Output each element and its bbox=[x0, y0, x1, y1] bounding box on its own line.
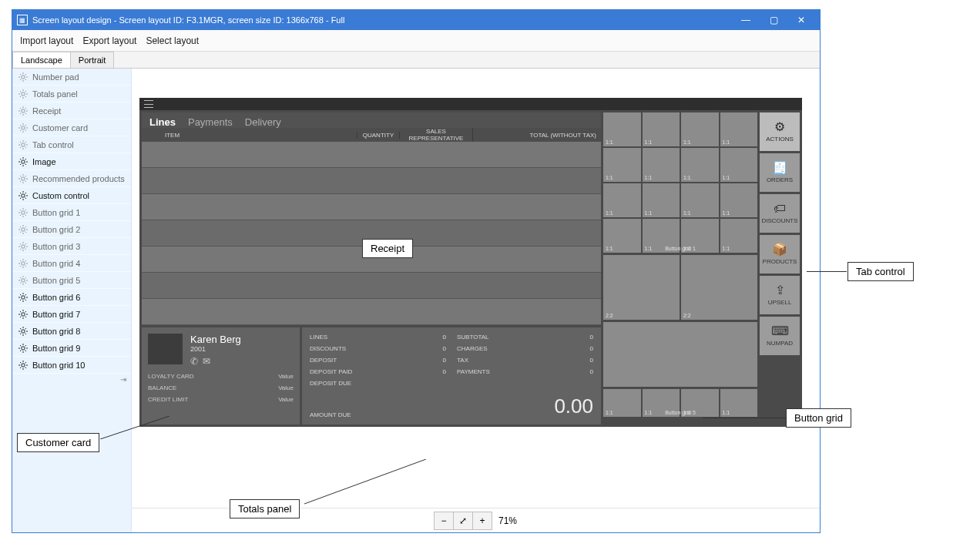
action-button-products[interactable]: 📦PRODUCTS bbox=[760, 235, 800, 274]
close-button[interactable]: ✕ bbox=[787, 10, 815, 30]
svg-point-8 bbox=[22, 210, 25, 213]
customer-card-row: BALANCEValue bbox=[148, 384, 294, 391]
sidebar-item[interactable]: Receipt bbox=[12, 102, 131, 119]
customer-name: Karen Berg bbox=[190, 334, 241, 345]
sidebar-item[interactable]: Button grid 8 bbox=[12, 323, 131, 340]
customer-card-row: LOYALTY CARDValue bbox=[148, 373, 294, 380]
button-grid-cell[interactable]: 2:2 bbox=[603, 255, 680, 320]
button-grid-cell[interactable]: 1:1 bbox=[643, 183, 680, 217]
sidebar-item[interactable]: Customer card bbox=[12, 119, 131, 136]
customer-card[interactable]: Karen Berg 2001 ✆ ✉ LOYALT bbox=[142, 327, 300, 425]
action-button-numpad[interactable]: ⌨NUMPAD bbox=[760, 317, 800, 355]
sidebar-item[interactable]: Tab control bbox=[12, 136, 131, 153]
button-grid-cell[interactable]: 2:2 bbox=[681, 255, 757, 320]
button-grid-cell[interactable]: 1:1 bbox=[720, 183, 758, 217]
sidebar-item-label: Button grid 10 bbox=[32, 361, 86, 370]
canvas-scroll[interactable]: Lines Payments Delivery ITEM QUANTITY SA… bbox=[132, 69, 820, 508]
receipt-panel[interactable]: ITEM QUANTITY SALES REPRESENTATIVE TOTAL… bbox=[142, 128, 601, 325]
svg-point-3 bbox=[22, 126, 25, 129]
action-button-actions[interactable]: ⚙ACTIONS bbox=[760, 112, 800, 151]
svg-point-15 bbox=[22, 329, 25, 332]
gear-icon bbox=[18, 310, 28, 319]
button-grid-cell[interactable]: 1:1 bbox=[603, 112, 641, 146]
sidebar-item[interactable]: Button grid 9 bbox=[12, 340, 131, 357]
callout-receipt: Receipt bbox=[362, 239, 413, 258]
button-grid-5[interactable]: 1:11:11:11:1Button grid 5 bbox=[603, 389, 757, 417]
pos-tab-payments[interactable]: Payments bbox=[188, 116, 233, 128]
button-grid-cell[interactable] bbox=[603, 322, 757, 387]
gear-icon bbox=[18, 157, 28, 166]
gear-icon bbox=[18, 344, 28, 353]
action-label: NUMPAD bbox=[767, 340, 793, 347]
pos-tab-lines[interactable]: Lines bbox=[149, 116, 176, 128]
action-icon: 🏷 bbox=[774, 203, 786, 215]
tab-portrait[interactable]: Portrait bbox=[70, 52, 114, 68]
svg-point-0 bbox=[22, 75, 25, 78]
button-grid-lower[interactable] bbox=[603, 322, 757, 387]
receipt-col-item: ITEM bbox=[142, 132, 357, 139]
button-grid-1[interactable]: 1:11:11:11:11:11:11:11:11:11:11:11:11:11… bbox=[603, 112, 757, 253]
maximize-button[interactable]: ▢ bbox=[760, 10, 787, 30]
button-grid-cell[interactable]: 1:1 bbox=[603, 148, 641, 182]
tab-control[interactable]: ⚙ACTIONS🧾ORDERS🏷DISCOUNTS📦PRODUCTS⇪UPSEL… bbox=[760, 112, 800, 425]
sidebar-item[interactable]: Custom control bbox=[12, 187, 131, 204]
menu-import-layout[interactable]: Import layout bbox=[20, 35, 73, 46]
action-button-discounts[interactable]: 🏷DISCOUNTS bbox=[760, 194, 800, 233]
sidebar-item[interactable]: Recommended products bbox=[12, 170, 131, 187]
sidebar-item-label: Button grid 3 bbox=[32, 242, 80, 251]
sidebar-item[interactable]: Button grid 10 bbox=[12, 357, 131, 374]
gear-icon bbox=[18, 242, 28, 251]
gear-icon bbox=[18, 89, 28, 99]
button-grid-cell[interactable]: 1:1 bbox=[681, 183, 719, 217]
button-grid-cell[interactable]: 1:1 bbox=[643, 148, 680, 182]
button-grid-cell[interactable]: 1:1 bbox=[681, 112, 719, 146]
gear-icon bbox=[18, 123, 28, 133]
sidebar-item-label: Receipt bbox=[32, 106, 61, 116]
pos-tabs: Lines Payments Delivery bbox=[142, 112, 601, 128]
sidebar-item[interactable]: Button grid 5 bbox=[12, 272, 131, 289]
button-grid-mid[interactable]: 2:2 2:2 bbox=[603, 255, 757, 320]
gear-icon bbox=[18, 259, 28, 268]
button-grid-cell[interactable]: 1:1 bbox=[720, 148, 758, 182]
button-grid-cell[interactable]: 1:1 bbox=[720, 112, 758, 146]
button-grid-cell[interactable]: 1:1 bbox=[643, 112, 680, 146]
svg-point-10 bbox=[22, 244, 25, 247]
mail-icon[interactable]: ✉ bbox=[203, 356, 210, 367]
sidebar-item-label: Button grid 1 bbox=[32, 208, 80, 217]
phone-icon[interactable]: ✆ bbox=[190, 356, 198, 367]
zoom-out-button[interactable]: − bbox=[434, 512, 454, 530]
pos-layout[interactable]: Lines Payments Delivery ITEM QUANTITY SA… bbox=[139, 98, 802, 427]
window-title: Screen layout design - Screen layout ID:… bbox=[32, 15, 732, 25]
sidebar-item[interactable]: Button grid 7 bbox=[12, 306, 131, 323]
sidebar-item[interactable]: Image bbox=[12, 153, 131, 170]
sidebar-item[interactable]: Button grid 1 bbox=[12, 204, 131, 221]
sidebar-item[interactable]: Button grid 3 bbox=[12, 238, 131, 255]
zoom-in-button[interactable]: + bbox=[472, 512, 492, 530]
sidebar-item[interactable]: Totals panel bbox=[12, 86, 131, 102]
sidebar-expand-icon[interactable]: ⇥ bbox=[12, 374, 131, 385]
sidebar-item[interactable]: Button grid 6 bbox=[12, 289, 131, 306]
button-grid-cell[interactable]: 1:1 bbox=[681, 148, 719, 182]
pos-tab-delivery[interactable]: Delivery bbox=[245, 116, 281, 128]
svg-point-6 bbox=[22, 176, 25, 180]
sidebar-item-label: Tab control bbox=[32, 140, 74, 149]
svg-point-9 bbox=[22, 227, 25, 230]
sidebar-item[interactable]: Number pad bbox=[12, 69, 131, 86]
sidebar-item[interactable]: Button grid 2 bbox=[12, 221, 131, 238]
hamburger-icon[interactable] bbox=[144, 100, 153, 108]
totals-panel[interactable]: LINES0DISCOUNTS0DEPOSIT0DEPOSIT PAID0DEP… bbox=[302, 327, 601, 425]
zoom-fit-button[interactable]: ⤢ bbox=[453, 512, 473, 530]
action-button-upsell[interactable]: ⇪UPSELL bbox=[760, 276, 800, 314]
menu-export-layout[interactable]: Export layout bbox=[82, 35, 136, 46]
tab-landscape[interactable]: Landscape bbox=[12, 52, 71, 68]
menu-select-layout[interactable]: Select layout bbox=[146, 35, 199, 46]
sidebar-item[interactable]: Button grid 4 bbox=[12, 255, 131, 272]
sidebar-item-label: Button grid 9 bbox=[32, 344, 80, 353]
action-button-orders[interactable]: 🧾ORDERS bbox=[760, 153, 800, 192]
button-grids-area: 1:11:11:11:11:11:11:11:11:11:11:11:11:11… bbox=[603, 112, 757, 425]
svg-point-4 bbox=[22, 143, 25, 146]
action-label: DISCOUNTS bbox=[761, 217, 797, 224]
svg-point-1 bbox=[22, 92, 25, 95]
minimize-button[interactable]: — bbox=[732, 10, 760, 30]
button-grid-cell[interactable]: 1:1 bbox=[603, 183, 641, 217]
